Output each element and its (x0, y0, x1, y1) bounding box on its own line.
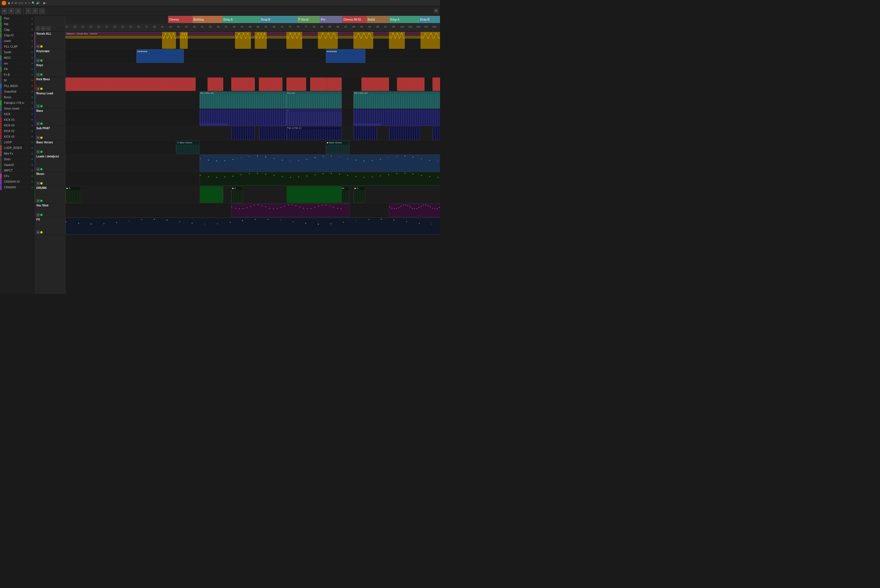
track-mute-btn[interactable]: ▼ (36, 213, 40, 216)
clip[interactable]: × (286, 109, 341, 126)
clip[interactable]: ▶▶▶▶▶▶ (326, 49, 365, 63)
channel-item-loop_riser[interactable]: LOOP_RISER + (0, 145, 34, 151)
clip[interactable] (180, 32, 188, 49)
channel-item-fill-clap[interactable]: FILL CLAP + (0, 44, 34, 50)
channel-add-btn[interactable]: + (31, 180, 33, 183)
section-marker-1[interactable]: Buildup (193, 16, 223, 23)
clip[interactable] (354, 32, 373, 49)
channel-item-fill-bass[interactable]: FILL BASS + (0, 83, 34, 89)
channel-add-btn[interactable]: + (31, 101, 33, 105)
clip[interactable] (65, 218, 440, 235)
channel-item-kick[interactable]: KICK + (0, 111, 34, 117)
track-header-sub-phat[interactable]: Sub PHAT ▼ (35, 126, 65, 140)
clip[interactable] (162, 32, 176, 49)
channel-item-kick-#4[interactable]: KICK #4 + (0, 123, 34, 128)
clip[interactable] (397, 78, 424, 91)
channel-add-btn[interactable]: + (31, 45, 33, 48)
track-mute-btn[interactable]: ▼ (36, 59, 40, 62)
clip[interactable] (286, 78, 306, 91)
channel-item-rev[interactable]: rev + (0, 61, 34, 66)
track-header-bass-verses[interactable]: Bass Verses ▼ (35, 140, 65, 154)
channel-item-perc[interactable]: Perc + (0, 16, 34, 21)
section-marker-2[interactable]: Drop A (223, 16, 260, 23)
move-tool-btn[interactable]: ✛ (2, 8, 8, 14)
clip[interactable] (432, 126, 440, 140)
channel-add-btn[interactable]: + (31, 124, 33, 127)
add-btn[interactable]: + (26, 8, 31, 14)
track-mute-btn[interactable]: ▼ (36, 231, 40, 234)
channel-add-btn[interactable]: + (31, 84, 33, 88)
section-marker-9[interactable]: Drop B (419, 16, 440, 23)
clip[interactable]: ✕ Bass Verses (176, 141, 200, 154)
track-mute-btn[interactable]: ▼ (36, 182, 40, 185)
channel-add-btn[interactable]: + (31, 129, 33, 133)
tracks-canvas-container[interactable]: Balance - Vocals Bus - VolumeKey..ape ▶ … (65, 32, 440, 294)
channel-item-clap[interactable]: Clap + (0, 27, 34, 33)
track-header-music[interactable]: Music ▼ (35, 172, 65, 186)
channel-add-btn[interactable]: + (31, 17, 33, 20)
channel-item-synth[interactable]: Synth + (0, 50, 34, 55)
channel-add-btn[interactable]: + (31, 146, 33, 150)
clip[interactable]: Patt..11 Patt..11 (286, 126, 341, 140)
channel-item-fill[interactable]: fill + (0, 78, 34, 83)
clip[interactable] (389, 204, 440, 217)
channel-item-impact3[interactable]: impact3 + (0, 162, 34, 168)
channel-add-btn[interactable]: + (31, 34, 33, 37)
clip[interactable]: Balance - Vocals Bus - Volume (65, 32, 440, 35)
clip[interactable] (231, 126, 255, 140)
track-header-kick-bass[interactable]: Kick Bass ▼ (35, 77, 65, 91)
clip[interactable]: ▶ Bass Verses (326, 141, 349, 154)
draw-tool-btn[interactable]: ✎ (9, 8, 14, 14)
clip[interactable] (354, 126, 377, 140)
channel-add-btn[interactable]: + (31, 169, 33, 172)
clip[interactable] (200, 186, 223, 203)
channel-item-snareroll[interactable]: SnareRoll + (0, 89, 34, 94)
track-header-brassy-lead[interactable]: Brassy Lead ▼ (35, 91, 65, 109)
toolbar-icon-5[interactable]: ▷ (21, 2, 24, 4)
toolbar-icon-7[interactable]: ⤡ (28, 2, 30, 4)
toolbar-icon-4[interactable]: ◁ (18, 2, 20, 4)
section-marker-8[interactable]: Drop A (389, 16, 419, 23)
channel-item-cfx[interactable]: CFx + (0, 174, 34, 179)
channel-item-mini-fx[interactable]: Mini Fx + (0, 151, 34, 157)
toolbar-icon-2[interactable]: ⟳ (11, 2, 14, 4)
clip[interactable] (259, 126, 290, 140)
clip[interactable] (235, 32, 251, 49)
track-header-keys[interactable]: Keys ▼ (35, 63, 65, 77)
section-marker-3[interactable]: Drop B (260, 16, 297, 23)
channel-add-btn[interactable]: + (31, 28, 33, 31)
clip[interactable] (65, 78, 196, 91)
erase-tool-btn[interactable]: ◻ (15, 8, 21, 14)
channel-item-loop[interactable]: LOOP + (0, 140, 34, 145)
track-mute-btn[interactable]: ▼ (36, 150, 40, 153)
track-header-bass[interactable]: Bass ▼ (35, 109, 65, 126)
channel-item-misc[interactable]: MISC + (0, 55, 34, 61)
clip[interactable]: Bra..ead (286, 92, 341, 108)
toolbar-icon-1[interactable]: ◆ (8, 2, 10, 4)
clip[interactable] (286, 32, 302, 49)
channel-add-btn[interactable]: + (31, 175, 33, 178)
section-marker-4[interactable]: P Vers2 (297, 16, 320, 23)
section-marker-5[interactable]: Pre (320, 16, 342, 23)
clip[interactable]: ▶ 0 (354, 186, 365, 203)
section-marker-6[interactable]: Chorus 80 51 (342, 16, 366, 23)
channel-add-btn[interactable]: + (31, 68, 33, 70)
section-marker-0[interactable]: Chorus (168, 16, 192, 23)
track-mute-btn[interactable]: ▼ (36, 45, 40, 48)
track-header-drums[interactable]: DRUMS ▼ (35, 186, 65, 203)
channel-add-btn[interactable]: + (31, 158, 33, 161)
clip[interactable] (389, 126, 421, 140)
channel-item-kick-#3[interactable]: KICK #3 + (0, 117, 34, 123)
channel-add-btn[interactable]: + (31, 107, 33, 110)
clip[interactable] (208, 78, 223, 91)
clip[interactable] (200, 154, 440, 171)
clip[interactable] (354, 109, 440, 126)
channel-add-btn[interactable]: + (31, 51, 33, 54)
toolbar-icon-8[interactable]: 🔍 (32, 2, 35, 4)
track-header-voc-shot[interactable]: Voc Shot ▼ (35, 203, 65, 218)
clip[interactable]: ▶ 0 (65, 186, 81, 203)
channel-add-btn[interactable]: + (31, 62, 33, 65)
clip[interactable] (200, 124, 227, 125)
track-mute-btn[interactable]: ▼ (36, 105, 40, 108)
track-header-fx[interactable]: FX ▼ (35, 218, 65, 235)
